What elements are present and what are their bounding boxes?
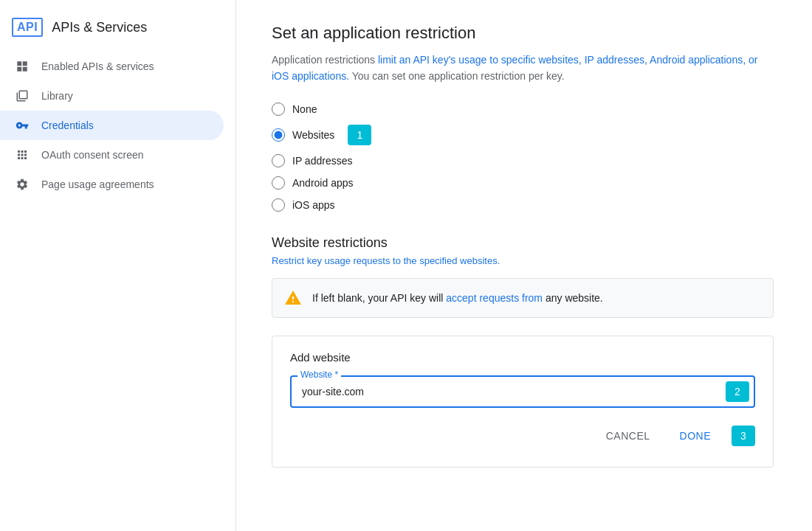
sidebar-item-wrapper-oauth: OAuth consent screen xyxy=(0,140,235,170)
radio-android-input[interactable] xyxy=(272,176,285,190)
sidebar-label-enabled-apis: Enabled APIs & services xyxy=(41,60,154,72)
grid-icon xyxy=(15,59,30,74)
website-input[interactable] xyxy=(290,375,755,408)
library-icon xyxy=(15,88,30,103)
sidebar-label-page-usage: Page usage agreements xyxy=(41,178,154,190)
sidebar-item-wrapper-enabled-apis: Enabled APIs & services xyxy=(0,52,235,81)
section-title: Website restrictions xyxy=(272,235,777,251)
description-link[interactable]: limit an API key's usage to specific web… xyxy=(272,54,757,82)
sidebar-label-library: Library xyxy=(41,90,73,102)
radio-android-label: Android apps xyxy=(292,177,354,189)
radio-websites-label: Websites xyxy=(292,129,334,141)
radio-ip-label: IP addresses xyxy=(292,155,352,167)
done-button[interactable]: DONE xyxy=(668,423,723,449)
warning-text-link: accept requests from xyxy=(446,292,543,304)
sidebar-item-wrapper-credentials: Credentials xyxy=(0,111,235,140)
sidebar-item-wrapper-page-usage: Page usage agreements xyxy=(0,170,235,199)
radio-ios-input[interactable] xyxy=(272,198,285,212)
badge-1: 1 xyxy=(348,125,371,145)
apps-icon xyxy=(15,148,30,162)
radio-android-apps[interactable]: Android apps xyxy=(272,176,777,190)
badge-3: 3 xyxy=(732,426,755,446)
radio-ios-label: iOS apps xyxy=(292,199,335,211)
sidebar-item-wrapper-library: Library xyxy=(0,81,235,111)
radio-ip-addresses[interactable]: IP addresses xyxy=(272,154,777,167)
sidebar-item-page-usage[interactable]: Page usage agreements xyxy=(0,170,224,199)
action-buttons: CANCEL DONE 3 xyxy=(290,423,755,449)
radio-ip-input[interactable] xyxy=(272,154,285,167)
cancel-button[interactable]: CANCEL xyxy=(594,423,662,449)
sidebar-label-oauth: OAuth consent screen xyxy=(41,149,144,161)
radio-websites-input[interactable] xyxy=(272,128,285,142)
sidebar-item-oauth[interactable]: OAuth consent screen xyxy=(0,140,224,170)
website-input-wrapper: Website 2 xyxy=(290,375,755,408)
radio-none-label: None xyxy=(292,103,317,115)
section-subtitle: Restrict key usage requests to the speci… xyxy=(272,255,777,266)
key-icon xyxy=(15,118,30,133)
sidebar-item-credentials[interactable]: Credentials xyxy=(0,111,224,140)
radio-group: None Websites 1 IP addresses Android app… xyxy=(272,103,777,212)
warning-box: If left blank, your API key will accept … xyxy=(272,278,774,318)
warning-text: If left blank, your API key will accept … xyxy=(312,292,603,304)
sidebar: API APIs & Services Enabled APIs & servi… xyxy=(0,0,236,531)
website-input-label: Website xyxy=(297,369,341,380)
sidebar-item-library[interactable]: Library xyxy=(0,81,224,111)
radio-none[interactable]: None xyxy=(272,103,777,116)
radio-none-input[interactable] xyxy=(272,103,285,116)
page-description: Application restrictions limit an API ke… xyxy=(272,52,774,85)
sidebar-item-enabled-apis[interactable]: Enabled APIs & services xyxy=(0,52,224,81)
radio-websites[interactable]: Websites 1 xyxy=(272,125,777,145)
add-website-title: Add website xyxy=(290,351,755,364)
api-logo: API xyxy=(12,18,43,37)
page-title: Set an application restriction xyxy=(272,24,777,43)
warning-icon xyxy=(284,289,302,307)
sidebar-nav: Enabled APIs & services Library xyxy=(0,52,235,199)
add-website-card: Add website Website 2 CANCEL DONE 3 xyxy=(272,336,774,468)
settings-icon xyxy=(15,177,30,192)
main-content: Set an application restriction Applicati… xyxy=(236,0,812,531)
radio-ios-apps[interactable]: iOS apps xyxy=(272,198,777,212)
sidebar-header: API APIs & Services xyxy=(0,12,235,52)
sidebar-label-credentials: Credentials xyxy=(41,119,94,131)
badge-2: 2 xyxy=(726,381,749,402)
sidebar-title: APIs & Services xyxy=(52,20,147,35)
